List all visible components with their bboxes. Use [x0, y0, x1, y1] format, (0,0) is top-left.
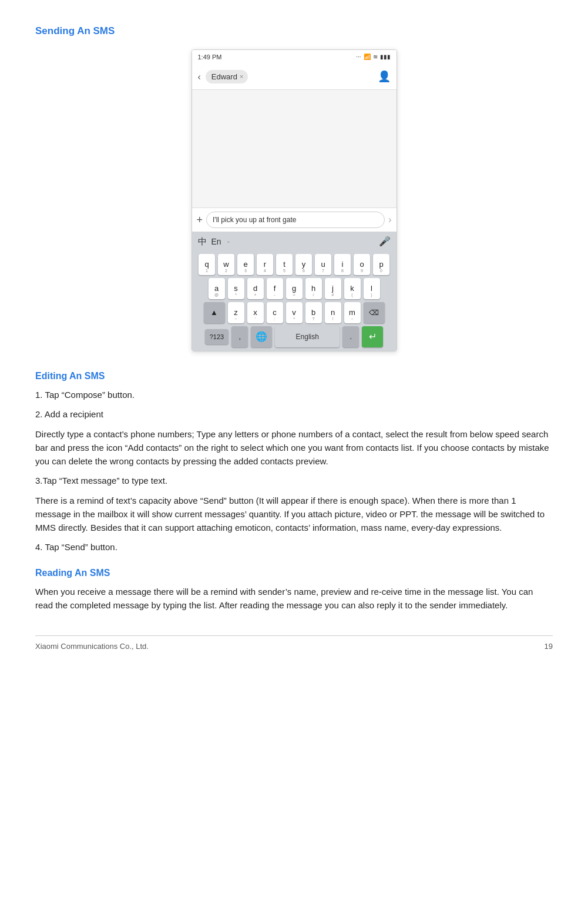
footer: Xiaomi Communications Co., Ltd. 19: [35, 635, 553, 652]
english-input-label[interactable]: En: [211, 236, 221, 248]
profile-icon[interactable]: 👤: [378, 69, 391, 85]
keyboard-bottom-row: ?123 , 🌐 English . ↵: [194, 326, 394, 347]
editing-step3: 3.Tap “Text message” to type text.: [35, 474, 553, 487]
contact-name: Edward: [211, 71, 237, 83]
spacebar-key[interactable]: English: [275, 326, 340, 347]
sending-title: Sending An SMS: [35, 24, 553, 39]
contact-chip: Edward ×: [206, 70, 248, 84]
key-j[interactable]: j#: [325, 278, 341, 299]
key-e[interactable]: e3: [237, 254, 254, 275]
key-g[interactable]: g=: [286, 278, 303, 299]
compose-plus-icon[interactable]: +: [197, 212, 203, 228]
period-key[interactable]: .: [342, 326, 359, 347]
key-i[interactable]: i8: [334, 254, 351, 275]
key-f[interactable]: f-: [267, 278, 283, 299]
key-s[interactable]: s*: [228, 278, 244, 299]
key-u[interactable]: u7: [315, 254, 331, 275]
message-header: ‹ Edward × 👤: [192, 64, 397, 90]
company-name: Xiaomi Communications Co., Ltd.: [35, 641, 149, 652]
keyboard-row-3: ▲ z~ x' c: v* b? n! m~ ⌫: [194, 302, 394, 323]
editing-title: Editing An SMS: [35, 369, 553, 383]
comma-key[interactable]: ,: [231, 326, 248, 347]
key-t[interactable]: t5: [276, 254, 293, 275]
microphone-icon[interactable]: 🎤: [379, 235, 391, 249]
key-c[interactable]: c:: [267, 302, 283, 323]
chinese-input-icon[interactable]: 中: [198, 235, 207, 249]
editing-section: Editing An SMS 1. Tap “Compose” button. …: [35, 369, 553, 554]
editing-step2: 2. Add a recipient: [35, 407, 553, 421]
chip-close-icon[interactable]: ×: [240, 72, 243, 82]
key-x[interactable]: x': [247, 302, 264, 323]
signal-dots-icon: ···: [356, 52, 361, 61]
key-v[interactable]: v*: [286, 302, 303, 323]
keyboard-row-1: q1 w2 e3 r4 t5 y6 u7 i8 o9 p0: [194, 254, 394, 275]
backspace-key[interactable]: ⌫: [364, 302, 385, 323]
key-q[interactable]: q1: [199, 254, 215, 275]
key-w[interactable]: w2: [218, 254, 234, 275]
wifi-icon: ≋: [373, 52, 378, 61]
editing-step1: 1. Tap “Compose” button.: [35, 388, 553, 401]
reading-title: Reading An SMS: [35, 566, 553, 580]
key-y[interactable]: y6: [295, 254, 312, 275]
keyboard-body: q1 w2 e3 r4 t5 y6 u7 i8 o9 p0 a@ s* d+ f…: [192, 252, 397, 351]
reading-section: Reading An SMS When you receive a messag…: [35, 566, 553, 612]
key-n[interactable]: n!: [325, 302, 341, 323]
num-key[interactable]: ?123: [205, 329, 229, 345]
key-h[interactable]: h/: [305, 278, 322, 299]
send-icon[interactable]: ›: [388, 213, 391, 227]
battery-icon: ▮▮▮: [380, 52, 391, 61]
status-time: 1:49 PM: [198, 52, 222, 62]
globe-icon-key[interactable]: 🌐: [251, 326, 272, 347]
key-a[interactable]: a@: [209, 278, 225, 299]
compose-input[interactable]: I'll pick you up at front gate: [206, 212, 385, 228]
key-o[interactable]: o9: [354, 254, 370, 275]
phone-mockup: 1:49 PM ··· 📶 ≋ ▮▮▮ ‹ Edward × 👤 + I'll …: [191, 49, 397, 352]
signal-icon: 📶: [364, 52, 371, 61]
key-z[interactable]: z~: [228, 302, 244, 323]
return-key[interactable]: ↵: [362, 326, 383, 347]
key-d[interactable]: d+: [247, 278, 264, 299]
keyboard-top-row: 中 En ⌄ 🎤: [192, 232, 397, 252]
shift-key[interactable]: ▲: [204, 302, 225, 323]
key-p[interactable]: p0: [373, 254, 389, 275]
back-arrow-icon[interactable]: ‹: [198, 70, 201, 84]
page-number: 19: [545, 641, 553, 652]
editing-step3-detail: There is a remind of text’s capacity abo…: [35, 494, 553, 535]
key-m[interactable]: m~: [344, 302, 361, 323]
compose-bar: + I'll pick you up at front gate ›: [192, 207, 397, 232]
message-area: [192, 90, 397, 207]
key-l[interactable]: l): [364, 278, 380, 299]
status-icons: ··· 📶 ≋ ▮▮▮: [356, 52, 390, 61]
key-b[interactable]: b?: [305, 302, 322, 323]
reading-body: When you receive a message there will be…: [35, 585, 553, 612]
editing-step4: 4. Tap “Send” button.: [35, 540, 553, 554]
key-r[interactable]: r4: [257, 254, 273, 275]
status-bar: 1:49 PM ··· 📶 ≋ ▮▮▮: [192, 50, 397, 65]
editing-step2-detail: Directly type a contact’s phone numbers;…: [35, 427, 553, 468]
keyboard-row-2: a@ s* d+ f- g= h/ j# k( l): [194, 278, 394, 299]
key-k[interactable]: k(: [344, 278, 361, 299]
